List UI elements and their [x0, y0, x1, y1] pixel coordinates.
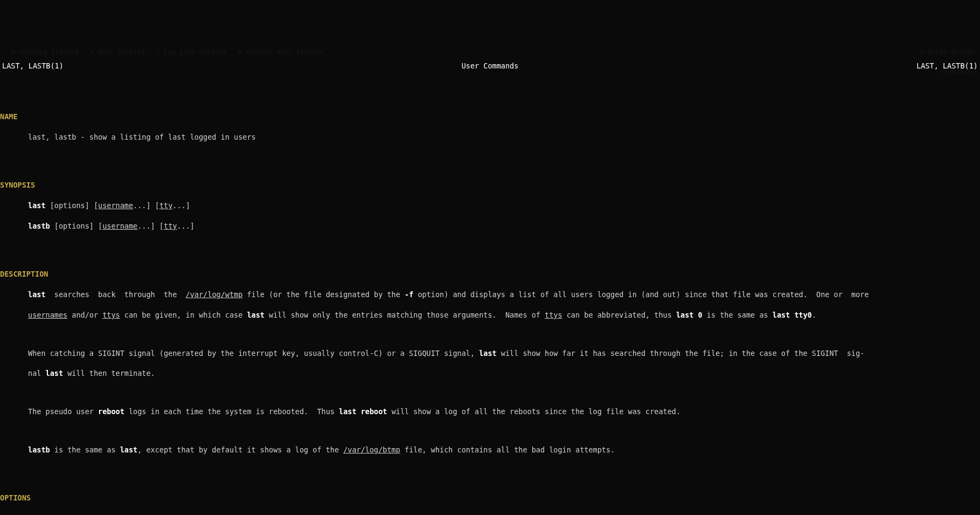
desc-p1-l1: last searches back through the /var/log/…	[0, 290, 980, 300]
ghost-bookmark-bar: ⟳ Getting Started ✦ Most Visited ✦ Les p…	[11, 48, 324, 57]
desc-p4: lastb is the same as last, except that b…	[0, 445, 980, 455]
header-center: User Commands	[0, 61, 980, 71]
desc-p2-l1: When catching a SIGINT signal (generated…	[0, 348, 980, 359]
section-options-head: OPTIONS	[0, 493, 980, 503]
section-synopsis-head: SYNOPSIS	[0, 180, 980, 190]
man-page: LAST, LASTB(1) User Commands LAST, LASTB…	[0, 41, 980, 515]
synopsis-line-2: lastb [options] [username...] [tty...]	[0, 221, 980, 231]
synopsis-line-1: last [options] [username...] [tty...]	[0, 201, 980, 211]
section-description-head: DESCRIPTION	[0, 269, 980, 279]
desc-p1-l2: usernames and/or ttys can be given, in w…	[0, 310, 980, 320]
man-header: LAST, LASTB(1) User Commands LAST, LASTB…	[0, 61, 980, 71]
name-line: last, lastb - show a listing of last log…	[0, 132, 980, 142]
desc-p2-l2: nal last will then terminate.	[0, 368, 980, 379]
ghost-other-bookmarks: ▭ Other Bookma	[920, 47, 975, 57]
desc-p3: The pseudo user reboot logs in each time…	[0, 407, 980, 417]
section-name-head: NAME	[0, 112, 980, 122]
